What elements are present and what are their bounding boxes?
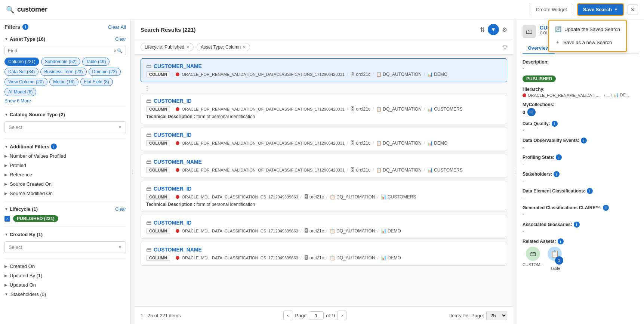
created-on-item[interactable]: ▶ Created On bbox=[4, 262, 126, 271]
asset-type-search-input[interactable] bbox=[8, 48, 113, 53]
published-badge[interactable]: PUBLISHED (221) bbox=[13, 215, 58, 222]
filter-tag-column[interactable]: Column (221) bbox=[4, 58, 39, 66]
asset-type-header[interactable]: ▼ Asset Type (16) Clear bbox=[4, 34, 126, 44]
result-card-6[interactable]: 🗃 CUSTOMER_ID COLUMN | ORACLE_MDL_DATA_C… bbox=[141, 215, 507, 239]
filter-tag-dataset[interactable]: Data Set (34) bbox=[4, 68, 38, 76]
result-card-3[interactable]: 🗃 CUSTOMER_ID COLUMN | ORACLE_FOR_RENAME… bbox=[141, 127, 507, 151]
profiled-item[interactable]: ▶ Profiled bbox=[4, 161, 126, 170]
data-quality-info-icon[interactable]: i bbox=[552, 121, 558, 127]
filter-tag-ai-model[interactable]: AI Model (6) bbox=[4, 88, 36, 96]
card-title-2: CUSTOMER_ID bbox=[154, 98, 192, 104]
asset-type-tags: Column (221) Subdomain (52) Table (49) D… bbox=[4, 58, 126, 96]
card-schema-5: 📋 DQ_AUTOMATION bbox=[330, 194, 375, 200]
clear-search-icon[interactable]: ✕ bbox=[113, 48, 117, 53]
related-assets-info-icon[interactable]: i bbox=[558, 238, 564, 244]
filter-tag-domain[interactable]: Domain (23) bbox=[89, 68, 121, 76]
lifecycle-header[interactable]: ▼ Lifecycle (1) Clear bbox=[4, 204, 126, 214]
result-card-7[interactable]: 🗃 CUSTOMER_NAME COLUMN | ORACLE_MDL_DATA… bbox=[141, 242, 507, 266]
filter-tag-business-term[interactable]: Business Term (23) bbox=[40, 68, 86, 76]
card-meta-5: COLUMN | ORACLE_MDL_DATA_CLASSIFICATION_… bbox=[146, 194, 502, 200]
filter-tag-metric[interactable]: Metric (16) bbox=[49, 78, 78, 86]
show-more-link[interactable]: Show 6 More bbox=[4, 98, 126, 104]
glossaries-field: Associated Glossaries: i - bbox=[523, 222, 639, 234]
generated-info-icon[interactable]: i bbox=[603, 205, 609, 211]
source-modified-on-item[interactable]: ▶ Source Modified On bbox=[4, 189, 126, 198]
data-quality-field: Data Quality: i - bbox=[523, 121, 639, 133]
card-column-icon-5: 🗃 bbox=[146, 186, 151, 192]
created-by-header[interactable]: ▼ Created By (1) bbox=[4, 230, 126, 239]
published-checkbox[interactable] bbox=[4, 216, 10, 222]
reference-item[interactable]: ▶ Reference bbox=[4, 170, 126, 179]
search-icon-top: 🔍 bbox=[6, 6, 14, 14]
drag-dots-1[interactable] bbox=[141, 86, 154, 91]
my-collections-label: MyCollections: bbox=[523, 102, 639, 107]
card-title-4: CUSTOMER_NAME bbox=[154, 159, 202, 165]
left-drag-handle[interactable] bbox=[131, 19, 135, 324]
filter-tag-subdomain[interactable]: Subdomain (52) bbox=[41, 58, 80, 66]
sort-icon[interactable]: ⇅ bbox=[480, 26, 485, 33]
related-asset-table[interactable]: 📋 1 Table bbox=[548, 247, 563, 271]
result-card-2[interactable]: 🗃 CUSTOMER_ID COLUMN | ORACLE_FOR_RENAME… bbox=[141, 93, 507, 124]
card-type-badge-4: COLUMN bbox=[146, 167, 170, 173]
glossaries-value: - bbox=[523, 228, 639, 234]
lifecycle-filter-remove[interactable]: ✕ bbox=[186, 45, 189, 50]
page-number-input[interactable] bbox=[309, 311, 324, 320]
profiling-info-icon[interactable]: i bbox=[556, 154, 562, 160]
create-widget-button[interactable]: Create Widget bbox=[530, 4, 573, 15]
num-values-profiled-item[interactable]: ▶ Number of Values Profiled bbox=[4, 151, 126, 161]
related-asset-custom[interactable]: 🗃 CUSTOM... bbox=[523, 247, 544, 271]
card-db-1: 🗄 orcl21c bbox=[350, 72, 370, 77]
save-search-button[interactable]: Save Search ▼ bbox=[577, 3, 624, 16]
catalog-source-type-header[interactable]: ▼ Catalog Source Type (2) bbox=[4, 110, 126, 119]
result-card-5[interactable]: 🗃 CUSTOMER_ID COLUMN | ORACLE_MDL_DATA_C… bbox=[141, 181, 507, 212]
profiled-label: Profiled bbox=[10, 163, 26, 168]
search-icon[interactable]: 🔍 bbox=[117, 48, 123, 53]
cart-icon[interactable]: 🛒 bbox=[527, 108, 536, 116]
settings-icon[interactable]: ⚙ bbox=[502, 26, 507, 33]
card-type-badge-3: COLUMN bbox=[146, 140, 170, 146]
card-source-7: ORACLE_MDL_DATA_CLASSIFICATION_CS_171294… bbox=[182, 256, 298, 260]
updated-on-item[interactable]: ▶ Updated On bbox=[4, 280, 126, 290]
asset-type-filter-remove[interactable]: ✕ bbox=[243, 45, 246, 50]
glossaries-info-icon[interactable]: i bbox=[574, 222, 580, 228]
next-page-button[interactable]: › bbox=[337, 311, 347, 320]
profiling-value: - bbox=[523, 161, 639, 167]
filter-tag-view-column[interactable]: View Column (20) bbox=[4, 78, 47, 86]
filter-tag-flat-field[interactable]: Flat Field (8) bbox=[80, 78, 113, 86]
additional-filters-header[interactable]: ▼ Additional Filters i bbox=[4, 142, 126, 151]
card-type-badge-6: COLUMN bbox=[146, 228, 170, 234]
catalog-source-select[interactable]: Select ▼ bbox=[4, 121, 126, 133]
updated-by-item[interactable]: ▶ Updated By (1) bbox=[4, 271, 126, 280]
card-meta-3: COLUMN | ORACLE_FOR_RENAME_VALIDATION_OF… bbox=[146, 140, 502, 146]
data-obs-info-icon[interactable]: i bbox=[581, 138, 587, 144]
result-card-1[interactable]: 🗃 CUSTOMER_NAME COLUMN | ORACLE_FOR_RENA… bbox=[141, 58, 507, 82]
results-title: Search Results (221) bbox=[141, 27, 196, 33]
filter-funnel-icon[interactable]: ▽ bbox=[503, 44, 507, 51]
result-card-4[interactable]: 🗃 CUSTOMER_NAME COLUMN | ORACLE_FOR_RENA… bbox=[141, 154, 507, 178]
right-drag-handle[interactable] bbox=[513, 19, 517, 324]
clear-all-button[interactable]: Clear All bbox=[108, 24, 126, 30]
update-saved-search-item[interactable]: 🔄 Update the Saved Search bbox=[549, 23, 626, 36]
save-new-search-item[interactable]: ＋ Save as a new Search bbox=[549, 36, 626, 49]
source-created-on-item[interactable]: ▶ Source Created On bbox=[4, 179, 126, 189]
stakeholders-info-icon[interactable]: i bbox=[554, 171, 560, 177]
created-by-select[interactable]: Select ▼ bbox=[4, 241, 126, 253]
additional-filters-info-icon[interactable]: i bbox=[51, 144, 57, 149]
asset-type-chevron: ▼ bbox=[4, 37, 8, 41]
created-by-label: Created By (1) bbox=[10, 232, 43, 237]
prev-page-button[interactable]: ‹ bbox=[283, 311, 293, 320]
stakeholders-item[interactable]: ▼ Stakeholders (0) bbox=[4, 290, 126, 299]
card-db-3: 🗄 orcl21c bbox=[350, 141, 370, 146]
filter-active-icon[interactable]: ▼ bbox=[488, 24, 499, 35]
reference-arrow: ▶ bbox=[4, 173, 7, 177]
lifecycle-clear[interactable]: Clear bbox=[115, 207, 126, 212]
asset-type-clear[interactable]: Clear bbox=[115, 37, 126, 42]
card-source-5: ORACLE_MDL_DATA_CLASSIFICATION_CS_171294… bbox=[182, 195, 298, 199]
filters-info-icon[interactable]: i bbox=[22, 24, 28, 30]
close-dropdown-button[interactable]: ✕ bbox=[628, 4, 638, 15]
filter-tag-table[interactable]: Table (49) bbox=[82, 58, 110, 66]
update-icon: 🔄 bbox=[555, 26, 561, 32]
per-page-select[interactable]: 25 50 100 bbox=[486, 311, 507, 320]
data-quality-value: - bbox=[523, 127, 639, 133]
data-element-info-icon[interactable]: i bbox=[587, 188, 593, 194]
